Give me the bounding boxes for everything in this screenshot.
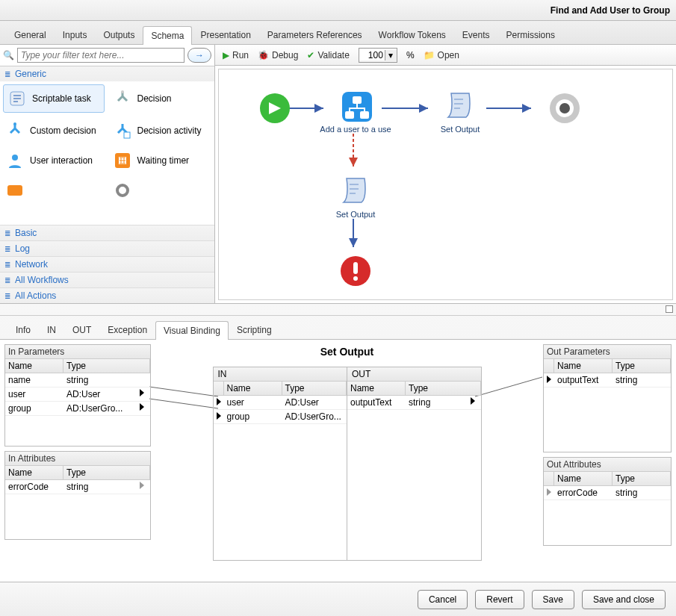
tab-workflow-tokens[interactable]: Workflow Tokens	[370, 25, 454, 44]
tab-outputs[interactable]: Outputs	[95, 25, 143, 44]
col-type: Type	[613, 472, 671, 485]
search-go-button[interactable]: →	[187, 48, 211, 63]
chevron-down-icon[interactable]: ▾	[385, 50, 397, 60]
user-icon	[6, 152, 24, 169]
connector-in-icon[interactable]	[217, 412, 221, 420]
svg-rect-18	[360, 111, 369, 119]
palette-item-waiting-timer[interactable]: Waiting timer	[108, 146, 215, 175]
tab-general[interactable]: General	[6, 25, 55, 44]
connector-out-icon[interactable]	[140, 403, 144, 411]
tab-parameters-references[interactable]: Parameters References	[259, 25, 370, 44]
tab-presentation[interactable]: Presentation	[192, 25, 258, 44]
out-parameters-header: Out Parameters	[544, 345, 671, 359]
itab-info[interactable]: Info	[7, 320, 39, 339]
out-attributes-panel: Out Attributes NameType errorCodestring	[543, 457, 672, 546]
start-node[interactable]	[234, 92, 316, 125]
set-output-node-1[interactable]: Set Output	[419, 89, 501, 134]
add-user-node[interactable]: Add a user to a use	[314, 89, 397, 134]
window-title: Find and Add User to Group	[0, 0, 676, 21]
palette-section-all-workflows[interactable]: ≣All Workflows	[0, 272, 214, 287]
col-type: Type	[406, 382, 481, 395]
col-name: Name	[5, 466, 63, 479]
in-parameters-header: In Parameters	[5, 345, 150, 359]
palette-item-scriptable-task[interactable]: Scriptable task	[3, 84, 105, 113]
palette-section-generic[interactable]: ≣Generic	[0, 66, 214, 81]
tab-schema[interactable]: Schema	[143, 26, 192, 45]
check-icon: ✔	[307, 50, 314, 60]
end-icon	[548, 92, 581, 125]
tab-permissions[interactable]: Permissions	[498, 25, 563, 44]
decision-label: Decision	[137, 93, 172, 104]
table-row[interactable]: outputTextstring	[544, 373, 671, 388]
svg-point-1	[121, 90, 124, 93]
error-node[interactable]	[314, 255, 397, 287]
revert-button[interactable]: Revert	[475, 590, 524, 609]
col-type: Type	[282, 382, 347, 395]
palette-section-log[interactable]: ≣Log	[0, 240, 214, 256]
list-icon: ≣	[4, 292, 10, 300]
table-row[interactable]: groupAD:UserGro...	[214, 410, 347, 424]
palette-section-all-actions[interactable]: ≣All Actions	[0, 287, 214, 303]
end-node[interactable]	[524, 92, 606, 125]
open-label: Open	[438, 50, 459, 60]
run-button[interactable]: ▶Run	[223, 50, 249, 60]
itab-visual-binding[interactable]: Visual Binding	[155, 321, 229, 340]
palette-item-decision-activity[interactable]: Decision activity	[108, 116, 215, 146]
connector-in-icon[interactable]	[547, 488, 551, 496]
itab-exception[interactable]: Exception	[99, 320, 155, 339]
svg-rect-7	[7, 185, 22, 196]
connector-in-icon[interactable]	[547, 376, 551, 383]
zoom-select[interactable]: ▾	[359, 48, 397, 63]
palette-item-decision[interactable]: Decision	[108, 81, 215, 116]
svg-rect-23	[353, 262, 358, 274]
cancel-button[interactable]: Cancel	[418, 590, 468, 609]
table-row[interactable]: userAD:User	[5, 388, 150, 402]
open-button[interactable]: 📁Open	[424, 50, 459, 60]
script-icon	[339, 174, 372, 207]
save-and-close-button[interactable]: Save and close	[582, 590, 666, 609]
itab-scripting[interactable]: Scripting	[229, 320, 280, 339]
list-icon: ≣	[4, 245, 10, 253]
zoom-input[interactable]	[359, 50, 385, 60]
table-row[interactable]: userAD:User	[214, 396, 347, 410]
validate-label: Validate	[317, 50, 349, 60]
palette-item-user-interaction[interactable]: User interaction	[0, 146, 108, 175]
tab-inputs[interactable]: Inputs	[55, 25, 96, 44]
col-type: Type	[63, 466, 150, 479]
connector-out-icon[interactable]	[140, 389, 144, 396]
palette-item-partial-2[interactable]	[108, 175, 215, 205]
basic-label: Basic	[15, 228, 37, 238]
table-row[interactable]: outputTextstring	[347, 396, 481, 410]
tab-events[interactable]: Events	[454, 25, 498, 44]
maximize-icon[interactable]	[666, 305, 673, 313]
validate-button[interactable]: ✔Validate	[307, 50, 349, 60]
search-input[interactable]	[17, 48, 184, 63]
connector-in-icon[interactable]	[217, 398, 221, 405]
itab-in[interactable]: IN	[39, 320, 64, 339]
list-icon: ≣	[4, 70, 10, 78]
connector-out-icon[interactable]	[140, 482, 144, 489]
all-actions-label: All Actions	[15, 290, 56, 301]
svg-point-21	[559, 103, 570, 113]
debug-button[interactable]: 🐞Debug	[258, 50, 298, 60]
connector-out-icon[interactable]	[471, 397, 475, 405]
save-button[interactable]: Save	[532, 590, 574, 609]
palette-section-basic[interactable]: ≣Basic	[0, 225, 214, 240]
set-output-node-2[interactable]: Set Output	[314, 174, 397, 219]
palette-section-network[interactable]: ≣Network	[0, 256, 214, 272]
unknown-icon	[6, 181, 24, 199]
custom-decision-icon	[6, 122, 24, 140]
table-row[interactable]: errorCodestring	[544, 486, 671, 500]
workflow-canvas[interactable]: Add a user to a use Set Output Set Outpu…	[218, 69, 673, 300]
itab-out[interactable]: OUT	[64, 320, 99, 339]
ring-icon	[114, 181, 131, 199]
table-row[interactable]: groupAD:UserGro...	[5, 402, 150, 416]
custom-decision-label: Custom decision	[30, 125, 96, 136]
svg-point-24	[353, 276, 358, 281]
table-row[interactable]: errorCodestring	[5, 480, 150, 494]
bottom-panel: Info IN OUT Exception Visual Binding Scr…	[0, 303, 676, 594]
palette-item-custom-decision[interactable]: Custom decision	[0, 116, 108, 146]
palette-item-partial-1[interactable]	[0, 175, 108, 205]
col-name: Name	[5, 359, 63, 373]
table-row[interactable]: namestring	[5, 373, 150, 388]
